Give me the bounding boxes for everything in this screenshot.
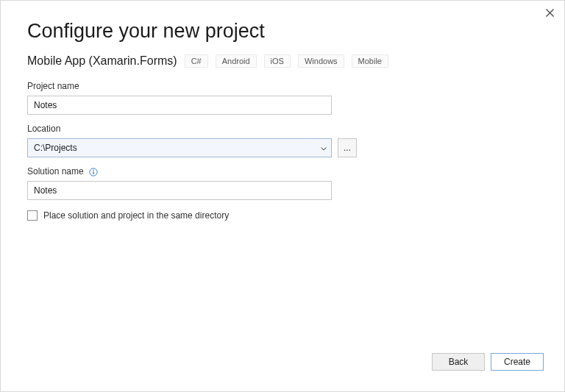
same-directory-row: Place solution and project in the same d… (27, 210, 538, 221)
svg-rect-3 (93, 171, 93, 174)
project-name-label: Project name (27, 81, 538, 91)
project-name-input[interactable] (27, 96, 332, 115)
close-button[interactable] (541, 5, 558, 23)
solution-name-label: Solution name (27, 166, 538, 177)
same-directory-label: Place solution and project in the same d… (43, 210, 229, 221)
location-value: C:\Projects (34, 143, 77, 153)
solution-name-group: Solution name (27, 166, 538, 200)
same-directory-checkbox[interactable] (27, 210, 38, 221)
location-group: Location C:\Projects ... (27, 124, 538, 157)
location-combobox[interactable]: C:\Projects (27, 138, 332, 157)
dialog-window: Configure your new project Mobile App (X… (0, 0, 565, 392)
back-label: Back (449, 357, 469, 367)
template-tag: Mobile (352, 54, 388, 68)
create-label: Create (504, 357, 530, 367)
location-row: C:\Projects ... (27, 138, 538, 157)
template-tag: C# (185, 54, 208, 68)
create-button[interactable]: Create (491, 353, 544, 371)
location-label: Location (27, 124, 538, 134)
chevron-down-icon (321, 143, 327, 153)
template-name: Mobile App (Xamarin.Forms) (27, 54, 177, 68)
template-row: Mobile App (Xamarin.Forms) C# Android iO… (27, 54, 538, 68)
template-tag: iOS (264, 54, 291, 68)
page-title: Configure your new project (27, 20, 538, 43)
project-name-group: Project name (27, 81, 538, 115)
solution-name-input[interactable] (27, 181, 332, 200)
dialog-footer: Back Create (432, 353, 544, 371)
back-button[interactable]: Back (432, 353, 485, 371)
svg-rect-4 (93, 169, 93, 170)
browse-button[interactable]: ... (338, 138, 357, 157)
template-tag: Android (216, 54, 257, 68)
info-icon[interactable] (89, 168, 98, 177)
template-tag: Windows (298, 54, 344, 68)
close-icon (546, 9, 554, 19)
content-area: Configure your new project Mobile App (X… (27, 20, 538, 341)
browse-label: ... (344, 143, 351, 153)
